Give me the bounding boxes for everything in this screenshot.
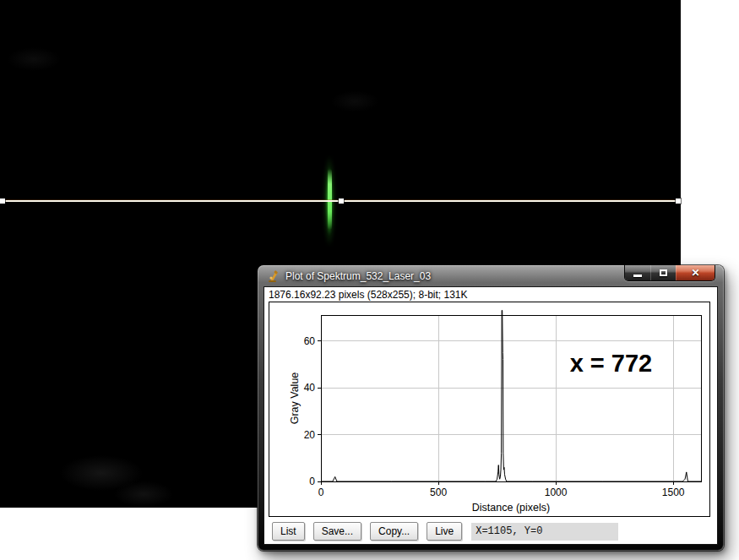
svg-text:500: 500 — [430, 487, 447, 498]
plot-info-line: 1876.16x92.23 pixels (528x255); 8-bit; 1… — [264, 287, 717, 302]
window-title: Plot of Spektrum_532_Laser_03 — [285, 270, 431, 282]
window-controls: ✕ — [624, 265, 715, 281]
svg-text:60: 60 — [304, 335, 316, 347]
close-icon: ✕ — [691, 268, 699, 278]
plot-button-row: List Save... Copy... Live X=1105, Y=0 — [264, 522, 717, 541]
minimize-button[interactable] — [625, 265, 650, 280]
window-client-area: 1876.16x92.23 pixels (528x255); 8-bit; 1… — [264, 287, 717, 544]
plot-window: Plot of Spektrum_532_Laser_03 ✕ 1876.16x… — [258, 265, 724, 551]
laser-line-core — [328, 169, 332, 230]
save-button[interactable]: Save... — [313, 522, 361, 541]
selection-handle-right[interactable] — [676, 198, 681, 204]
selection-handle-left[interactable] — [0, 198, 5, 204]
svg-text:0: 0 — [309, 476, 315, 487]
minimize-icon — [633, 275, 642, 277]
svg-text:Gray Value: Gray Value — [289, 372, 301, 425]
profile-plot-svg: 0500100015000204060Distance (pixels)Gray… — [269, 302, 709, 516]
close-button[interactable]: ✕ — [676, 265, 715, 280]
maximize-icon — [660, 269, 667, 276]
selection-handle-middle[interactable] — [339, 198, 344, 204]
svg-text:0: 0 — [318, 487, 324, 498]
svg-text:1500: 1500 — [662, 487, 685, 498]
list-button[interactable]: List — [272, 522, 305, 541]
svg-text:Distance (pixels): Distance (pixels) — [472, 502, 550, 514]
svg-text:1000: 1000 — [545, 487, 568, 498]
cursor-position-readout: X=1105, Y=0 — [471, 523, 618, 541]
svg-text:20: 20 — [304, 429, 316, 441]
svg-text:x = 772: x = 772 — [570, 350, 653, 377]
maximize-button[interactable] — [650, 265, 676, 280]
imagej-microscope-icon — [267, 270, 280, 283]
live-button[interactable]: Live — [427, 522, 462, 541]
plot-canvas[interactable]: 0500100015000204060Distance (pixels)Gray… — [269, 302, 710, 517]
svg-text:40: 40 — [304, 382, 316, 394]
copy-button[interactable]: Copy... — [370, 522, 418, 541]
